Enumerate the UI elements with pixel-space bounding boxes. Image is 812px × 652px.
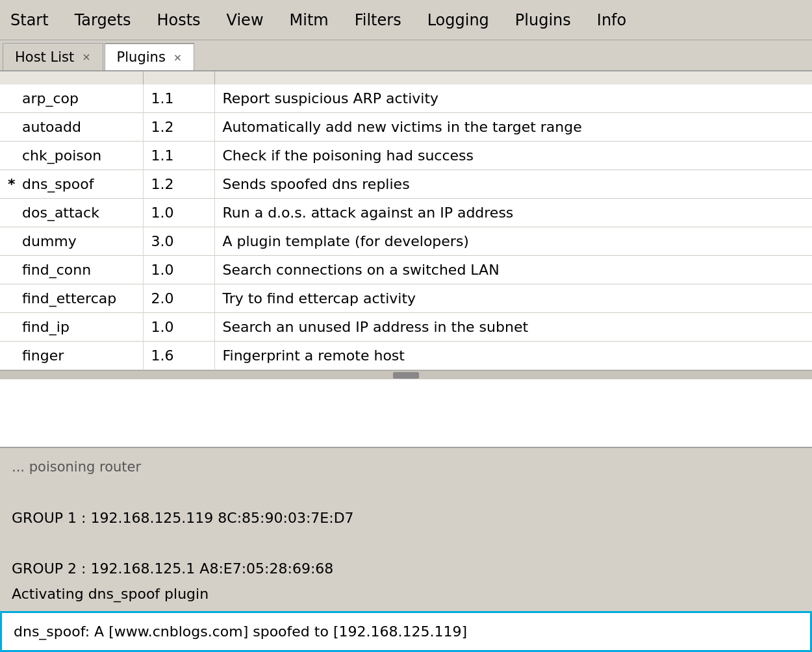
plugin-name: chk_poison [22,147,101,164]
plugin-name: find_ettercap [22,290,116,307]
log-line: ... poisoning router [12,457,800,478]
plugin-name-cell: dos_attack [0,199,143,227]
plugin-info: Search connections on a switched LAN [214,256,812,284]
plugin-name-cell: chk_poison [0,142,143,170]
plugin-info: Automatically add new victims in the tar… [214,113,812,142]
table-row[interactable]: finger1.6Fingerprint a remote host [0,342,812,370]
menu-item-view[interactable]: View [223,8,268,32]
plugin-name: dos_attack [22,205,99,221]
tab-host-list[interactable]: Host List× [3,43,103,70]
menu-item-plugins[interactable]: Plugins [511,8,575,32]
table-row[interactable]: dummy3.0A plugin template (for developer… [0,227,812,256]
tab-close-plugins[interactable]: × [173,51,182,64]
plugin-version: 1.1 [143,84,214,113]
active-marker: * [8,176,19,192]
table-row[interactable]: dos_attack1.0Run a d.o.s. attack against… [0,199,812,227]
tab-close-host-list[interactable]: × [82,51,90,63]
plugin-info: Try to find ettercap activity [214,284,812,313]
log-line [12,482,800,503]
scrollbar-thumb[interactable] [393,372,419,379]
table-row[interactable]: autoadd1.2Automatically add new victims … [0,113,812,142]
plugin-table-container: arp_cop1.1Report suspicious ARP activity… [0,71,812,448]
plugin-name-cell: *dns_spoof [0,170,143,199]
plugin-name-cell: dummy [0,227,143,256]
menu-item-start[interactable]: Start [6,8,53,32]
plugin-info: Sends spoofed dns replies [214,170,812,199]
plugin-version: 3.0 [143,227,214,256]
plugin-info: Run a d.o.s. attack against an IP addres… [214,199,812,227]
plugin-name: arp_cop [22,90,79,107]
plugin-info: A plugin template (for developers) [214,227,812,256]
log-highlight-line: dns_spoof: A [www.cnblogs.com] spoofed t… [0,611,812,652]
plugin-info: Check if the poisoning had success [214,142,812,170]
plugin-name-cell: find_ettercap [0,284,143,313]
plugin-version: 1.0 [143,313,214,342]
table-row[interactable]: *dns_spoof1.2Sends spoofed dns replies [0,170,812,199]
plugin-name: dns_spoof [22,176,94,192]
table-row[interactable]: find_ettercap2.0Try to find ettercap act… [0,284,812,313]
tabbar: Host List×Plugins× [0,40,812,71]
plugin-name-cell: find_ip [0,313,143,342]
plugin-name: autoadd [22,119,81,135]
log-line: GROUP 1 : 192.168.125.119 8C:85:90:03:7E… [12,507,800,529]
log-line [12,533,800,554]
plugin-name-cell: finger [0,342,143,370]
tab-label-plugins: Plugins [117,49,166,65]
plugin-version: 1.2 [143,113,214,142]
horizontal-scrollbar[interactable] [0,370,812,379]
plugin-version: 1.0 [143,256,214,284]
menu-item-info[interactable]: Info [593,8,630,32]
menubar: StartTargetsHostsViewMitmFiltersLoggingP… [0,0,812,40]
main-area: arp_cop1.1Report suspicious ARP activity… [0,71,812,652]
table-row[interactable]: find_ip1.0Search an unused IP address in… [0,313,812,342]
log-line: GROUP 2 : 192.168.125.1 A8:E7:05:28:69:6… [12,558,800,579]
plugin-version: 1.2 [143,170,214,199]
tab-plugins[interactable]: Plugins× [105,43,195,70]
menu-item-logging[interactable]: Logging [424,8,493,32]
menu-item-targets[interactable]: Targets [71,8,135,32]
menu-item-filters[interactable]: Filters [351,8,405,32]
menu-item-hosts[interactable]: Hosts [153,8,204,32]
plugin-version: 2.0 [143,284,214,313]
plugin-info: Report suspicious ARP activity [214,84,812,113]
plugin-name: finger [22,347,64,364]
log-line: Activating dns_spoof plugin [12,583,800,605]
plugin-name: find_ip [22,319,70,335]
table-row[interactable]: arp_cop1.1Report suspicious ARP activity [0,84,812,113]
plugin-version: 1.6 [143,342,214,370]
plugin-info: Search an unused IP address in the subne… [214,313,812,342]
plugin-version: 1.0 [143,199,214,227]
col-header-version [143,71,214,84]
plugin-name-cell: arp_cop [0,84,143,113]
plugin-name: dummy [22,233,77,249]
tab-label-host-list: Host List [15,49,74,65]
plugin-info: Fingerprint a remote host [214,342,812,370]
col-header-name [0,71,143,84]
plugin-table: arp_cop1.1Report suspicious ARP activity… [0,71,812,370]
plugin-name-cell: autoadd [0,113,143,142]
plugin-version: 1.1 [143,142,214,170]
plugin-name-cell: find_conn [0,256,143,284]
plugin-name: find_conn [22,262,91,278]
table-row[interactable]: find_conn1.0Search connections on a swit… [0,256,812,284]
col-header-info [214,71,812,84]
menu-item-mitm[interactable]: Mitm [286,8,333,32]
log-area: ... poisoning router GROUP 1 : 192.168.1… [0,448,812,652]
table-row[interactable]: chk_poison1.1Check if the poisoning had … [0,142,812,170]
